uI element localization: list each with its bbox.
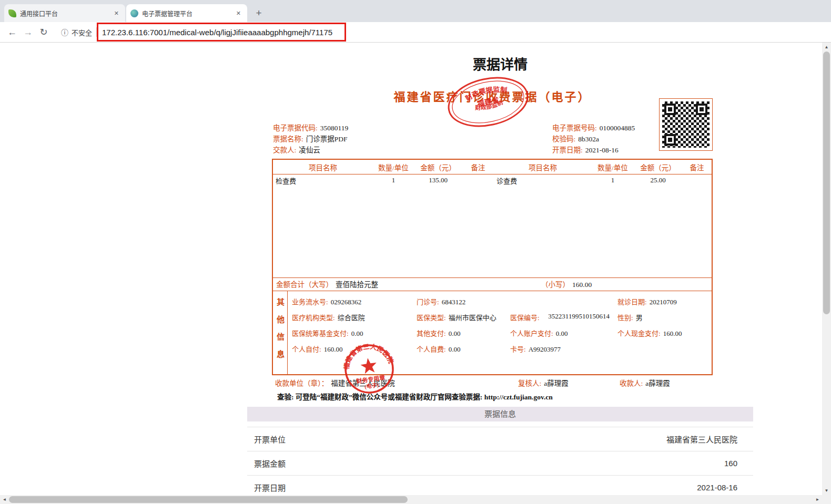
field-business-serial: 业务流水号:029268362 — [292, 296, 417, 306]
url-text: 172.23.6.116:7001/medical-web/q/ligjJifi… — [102, 28, 332, 37]
field-outpatient-number: 门诊号:6843122 — [417, 296, 510, 306]
field-bill-code: 电子票据代码:35080119 — [273, 122, 348, 133]
scroll-left-arrow-icon[interactable]: ◄ — [0, 495, 9, 504]
field-gender: 性别:男 — [617, 312, 712, 322]
vertical-scrollbar[interactable]: ▲ ▼ — [822, 43, 831, 495]
qr-finder-icon — [696, 104, 707, 115]
invoice-document: 福建省医疗门诊收费票据（电子） 财政票据监制 福建省 财政部监制 — [272, 89, 713, 402]
field-insurance-type: 医保类型:福州市医保中心 — [417, 312, 510, 322]
security-chip[interactable]: 不安全 — [72, 27, 92, 37]
total-row: 金额合计（大写）壹佰陆拾元整 （小写）160.00 — [273, 277, 712, 291]
scroll-up-arrow-icon[interactable]: ▲ — [822, 43, 831, 52]
field-payer: 交款人:凌仙云 — [273, 145, 348, 156]
field-cashier: 收款人:a薛理霞 — [620, 377, 713, 388]
scroll-down-arrow-icon[interactable]: ▼ — [822, 486, 831, 495]
tab-title: 通用接口平台 — [20, 9, 112, 18]
invoice-header-left: 电子票据代码:35080119 票据名称:门诊票据PDF 交款人:凌仙云 — [273, 122, 348, 156]
invoice-footer: 收款单位（章）：福建省第三人民医院 复核人:a薛理霞 收款人:a薛理霞 — [272, 377, 713, 387]
info-row-date: 开票日期 2021-08-16 — [247, 476, 753, 495]
tab-close-icon[interactable]: ✕ — [234, 9, 243, 18]
items-table-body: 检查费 1 135.00 诊查费 1 25.00 — [273, 174, 712, 277]
field-cash-payment: 个人现金支付:160.00 — [617, 328, 712, 338]
verify-note: 查验: 可登陆“福建财政”微信公众号或福建省财政厅官网查验票据: http://… — [272, 391, 713, 402]
field-bill-name: 票据名称:门诊票据PDF — [273, 133, 348, 145]
items-table-row: 检查费 1 135.00 诊查费 1 25.00 — [273, 174, 712, 186]
field-other-payment: 其他支付:0.00 — [417, 328, 510, 338]
address-bar[interactable]: ⓘ 不安全 172.23.6.116:7001/medical-web/q/li… — [55, 24, 820, 40]
field-issue-date: 开票日期:2021-08-16 — [552, 145, 635, 156]
scroll-right-arrow-icon[interactable]: ► — [813, 495, 822, 504]
horizontal-scrollbar[interactable]: ◄ ► — [0, 495, 822, 504]
qr-finder-icon — [664, 104, 676, 115]
reload-button[interactable]: ↻ — [36, 26, 52, 38]
field-insurance-number: 医保编号:352231199510150614 — [510, 312, 617, 322]
field-bill-number: 电子票据号码:0100004885 — [552, 122, 635, 133]
tab-generic-platform[interactable]: 通用接口平台 ✕ — [4, 4, 125, 22]
einvoice-favicon-icon — [130, 9, 138, 17]
forward-button[interactable]: → — [20, 27, 36, 38]
browser-chrome: 通用接口平台 ✕ 电子票据管理平台 ✕ + ← → ↻ ⓘ 不安全 172.23… — [0, 0, 831, 43]
browser-toolbar: ← → ↻ ⓘ 不安全 172.23.6.116:7001/medical-we… — [0, 22, 831, 43]
field-visit-date: 就诊日期:20210709 — [617, 296, 712, 306]
star-icon — [360, 357, 378, 374]
field-account-payment: 个人账户支付:0.00 — [510, 328, 617, 338]
field-fund-payment: 医保统筹基金支付:0.00 — [292, 328, 417, 338]
field-institution-type: 医疗机构类型:综合医院 — [292, 312, 417, 322]
invoice-info-section: 票据信息 开票单位 福建省第三人民医院 票据金额 160 开票日期 2021-0… — [247, 407, 753, 495]
leaf-favicon-icon — [8, 9, 16, 17]
tab-strip: 通用接口平台 ✕ 电子票据管理平台 ✕ + — [0, 0, 831, 22]
hospital-seal-stamp: 福建省第三人民医院 财务专用章 (电子) — [333, 333, 405, 405]
vertical-scroll-thumb[interactable] — [823, 52, 830, 314]
info-row-amount: 票据金额 160 — [247, 451, 753, 476]
field-check-code: 校验码:8b302a — [552, 133, 635, 145]
field-card-number: 卡号:A99203977 — [510, 344, 617, 354]
page-viewport: 票据详情 福建省医疗门诊收费票据（电子） 财政票据监制 福建省 财政部监制 — [0, 43, 822, 495]
page-title: 票据详情 — [247, 55, 753, 74]
tab-einvoice-platform[interactable]: 电子票据管理平台 ✕ — [126, 4, 247, 22]
info-section-header: 票据信息 — [247, 407, 753, 421]
tab-title: 电子票据管理平台 — [142, 9, 234, 18]
tab-close-icon[interactable]: ✕ — [112, 9, 121, 18]
field-self-funded: 个人自费:0.00 — [417, 344, 510, 354]
back-button[interactable]: ← — [4, 27, 20, 38]
info-row-issuer: 开票单位 福建省第三人民医院 — [247, 427, 753, 451]
other-info-side-label: 其他信息 — [273, 291, 288, 374]
omnibox-divider — [96, 27, 97, 37]
horizontal-scroll-thumb[interactable] — [9, 496, 408, 503]
field-reviewer: 复核人:a薛理霞 — [518, 377, 620, 388]
invoice-header-right: 电子票据号码:0100004885 校验码:8b302a 开票日期:2021-0… — [552, 122, 635, 156]
items-table-header: 项目名称 数量/单位 金额（元） 备注 项目名称 数量/单位 金额（元） 备注 — [273, 160, 712, 174]
scrollbar-corner — [822, 495, 831, 504]
info-icon[interactable]: ⓘ — [61, 27, 68, 37]
new-tab-button[interactable]: + — [251, 6, 266, 20]
